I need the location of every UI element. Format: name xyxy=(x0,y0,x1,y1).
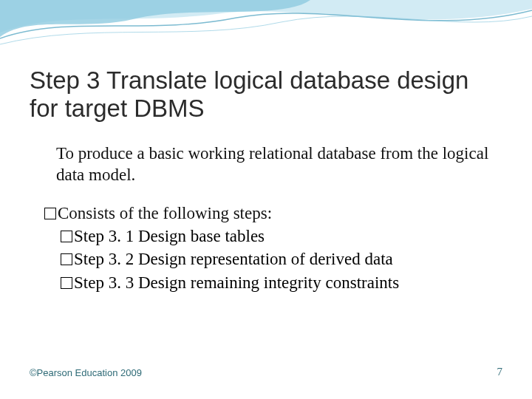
footer-copyright: ©Pearson Education 2009 xyxy=(30,367,142,378)
bullet-box-icon xyxy=(61,231,72,242)
intro-paragraph: To produce a basic working relational da… xyxy=(56,143,492,186)
bullet-box-icon xyxy=(61,277,72,289)
step-item: Step 3. 3 Design remaining integrity con… xyxy=(61,271,502,294)
bullet-box-icon xyxy=(44,208,56,219)
step-text: Step 3. 1 Design base tables xyxy=(74,227,265,245)
step-item: Step 3. 1 Design base tables xyxy=(61,225,502,248)
footer-page-number: 7 xyxy=(497,366,503,378)
list-lead-line: Consists of the following steps: xyxy=(44,202,502,225)
bullet-box-icon xyxy=(61,253,72,265)
slide-content: Step 3 Translate logical database design… xyxy=(0,0,532,399)
step-text: Step 3. 2 Design representation of deriv… xyxy=(74,250,393,268)
list-lead-text: Consists of the following steps: xyxy=(58,204,272,222)
slide-title: Step 3 Translate logical database design… xyxy=(30,66,502,123)
step-item: Step 3. 2 Design representation of deriv… xyxy=(61,248,502,270)
step-text: Step 3. 3 Design remaining integrity con… xyxy=(74,273,399,292)
